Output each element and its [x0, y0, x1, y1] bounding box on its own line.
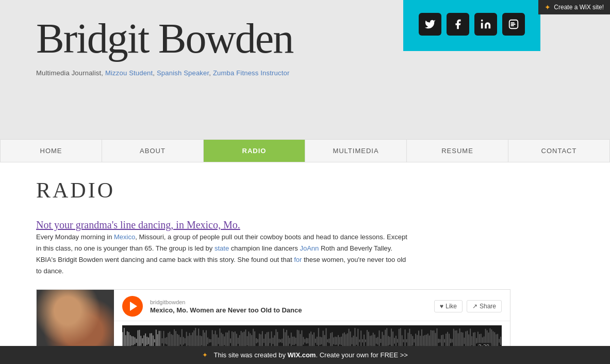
svg-rect-116: [294, 337, 295, 345]
svg-rect-205: [429, 336, 430, 346]
wix-footer-icon: ✦: [202, 351, 208, 359]
svg-rect-60: [209, 339, 210, 343]
svg-rect-103: [274, 336, 275, 346]
nav-bar: HOME ABOUT RADIO MULTIMEDIA RESUME CONTA…: [0, 139, 610, 162]
svg-rect-162: [364, 335, 365, 347]
svg-rect-187: [402, 336, 403, 347]
svg-rect-5: [125, 335, 126, 346]
svg-rect-19: [146, 337, 147, 345]
sc-share-button[interactable]: ↗ Share: [467, 300, 502, 312]
svg-rect-252: [500, 337, 501, 345]
svg-rect-134: [321, 337, 322, 344]
svg-rect-8: [130, 335, 131, 346]
svg-rect-130: [315, 339, 316, 343]
svg-rect-220: [452, 339, 453, 343]
subtitle-highlight-1: Mizzou Student: [105, 69, 153, 77]
svg-rect-48: [190, 335, 191, 346]
sc-like-button[interactable]: ♥ Like: [434, 300, 463, 312]
nav-contact[interactable]: CONTACT: [508, 140, 610, 162]
svg-rect-36: [172, 335, 173, 347]
svg-rect-173: [380, 339, 381, 343]
svg-rect-161: [362, 339, 363, 342]
svg-rect-92: [257, 339, 258, 343]
heart-icon: ♥: [440, 303, 443, 310]
svg-rect-144: [336, 337, 337, 345]
svg-rect-145: [338, 335, 339, 346]
blogger-button[interactable]: [502, 13, 525, 36]
svg-rect-163: [365, 340, 366, 342]
sc-actions: ♥ Like ↗ Share: [434, 300, 502, 312]
svg-rect-212: [439, 339, 440, 343]
svg-rect-29: [162, 338, 163, 343]
wix-top-banner[interactable]: ✦ Create a WiX site!: [538, 0, 610, 14]
twitter-button[interactable]: [419, 13, 441, 36]
svg-rect-66: [218, 338, 219, 344]
svg-rect-188: [403, 340, 404, 343]
svg-rect-54: [200, 336, 201, 346]
svg-rect-228: [464, 338, 465, 344]
svg-rect-10: [133, 337, 134, 345]
svg-rect-122: [303, 337, 304, 345]
svg-rect-41: [180, 337, 181, 345]
svg-rect-194: [412, 336, 413, 346]
share-icon: ↗: [472, 303, 477, 310]
svg-rect-170: [376, 338, 377, 344]
sc-track-info: bridgitbowden Mexico, Mo. Women are Neve…: [150, 299, 302, 314]
sc-username: bridgitbowden: [150, 299, 302, 305]
svg-rect-199: [420, 336, 421, 346]
svg-rect-175: [383, 335, 384, 346]
nav-about[interactable]: ABOUT: [102, 140, 204, 162]
svg-rect-46: [188, 336, 189, 346]
wix-footer-text: This site was created by WIX.com. Create…: [213, 351, 407, 359]
svg-rect-142: [333, 338, 334, 344]
svg-rect-146: [339, 337, 340, 344]
wix-footer[interactable]: ✦ This site was created by WIX.com. Crea…: [0, 346, 610, 364]
svg-rect-43: [183, 337, 184, 345]
svg-rect-9: [131, 336, 133, 345]
sc-play-button[interactable]: [122, 296, 143, 317]
linkedin-button[interactable]: [474, 13, 497, 36]
svg-rect-20: [148, 338, 149, 344]
svg-rect-167: [371, 336, 372, 346]
article-body: Every Monday morning in Mexico, Missouri…: [36, 231, 407, 277]
svg-rect-55: [201, 336, 202, 345]
subtitle-highlight-3: Zumba Fitness Instructor: [213, 69, 290, 77]
svg-rect-32: [166, 337, 167, 344]
svg-rect-195: [414, 339, 415, 343]
main-content: RADIO Not your grandma's line dancing, i…: [0, 162, 610, 364]
svg-rect-233: [471, 336, 472, 345]
svg-rect-17: [143, 336, 144, 346]
svg-rect-11: [135, 338, 136, 344]
sc-share-label: Share: [480, 303, 496, 310]
nav-resume[interactable]: RESUME: [407, 140, 508, 162]
svg-rect-80: [239, 335, 240, 346]
svg-rect-171: [377, 337, 378, 345]
nav-radio[interactable]: RADIO: [204, 140, 305, 162]
svg-rect-12: [136, 339, 137, 343]
facebook-button[interactable]: [447, 13, 469, 36]
svg-rect-197: [417, 335, 418, 347]
for-link: for: [294, 256, 302, 263]
joann-link[interactable]: JoAnn: [300, 244, 319, 252]
svg-rect-138: [327, 339, 328, 342]
svg-rect-96: [263, 339, 265, 343]
wix-footer-link[interactable]: WIX.com: [288, 351, 316, 359]
nav-multimedia[interactable]: MULTIMEDIA: [305, 140, 407, 162]
svg-rect-117: [295, 338, 296, 344]
nav-home[interactable]: HOME: [0, 140, 102, 162]
sc-like-label: Like: [446, 303, 457, 310]
svg-rect-147: [341, 337, 342, 345]
svg-rect-182: [394, 338, 395, 344]
svg-rect-214: [442, 335, 443, 347]
svg-rect-183: [395, 336, 397, 346]
mexico-link[interactable]: Mexico: [114, 233, 135, 241]
svg-rect-133: [320, 337, 321, 345]
sc-track-title: Mexico, Mo. Women are Never too Old to D…: [150, 306, 302, 314]
svg-rect-215: [444, 339, 445, 343]
state-link: state: [215, 244, 229, 252]
article-title-link[interactable]: Not your grandma's line dancing, in Mexi…: [36, 219, 240, 230]
sc-top-bar: bridgitbowden Mexico, Mo. Women are Neve…: [114, 290, 510, 321]
svg-rect-107: [280, 340, 281, 343]
svg-rect-178: [388, 336, 389, 346]
svg-rect-166: [370, 336, 371, 346]
